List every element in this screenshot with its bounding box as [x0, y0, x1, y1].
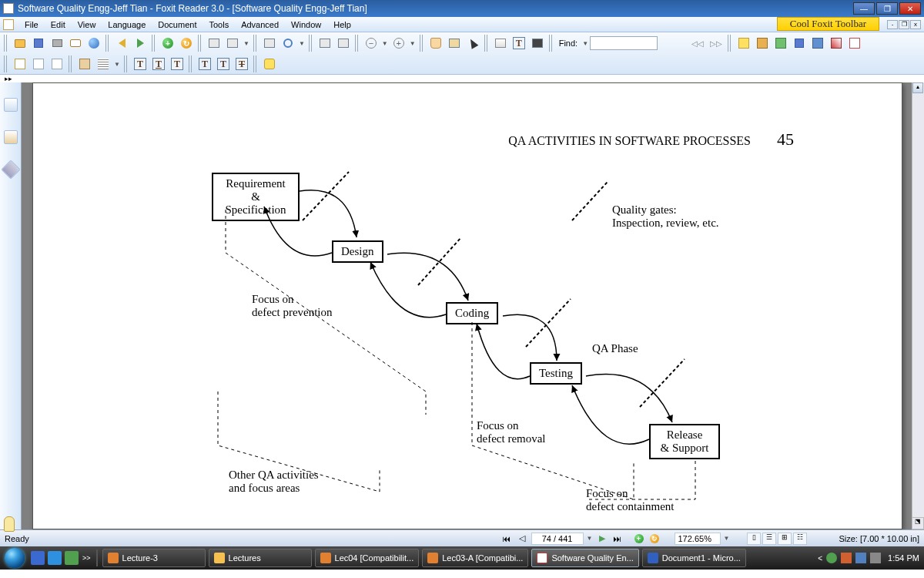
toolbar-grip[interactable]: [105, 35, 110, 52]
toolbar-collapse-toggle[interactable]: ▸▸: [0, 75, 18, 82]
mdi-minimize[interactable]: -: [887, 20, 898, 29]
prev-page-nav-button[interactable]: ◁: [515, 533, 529, 545]
rotate-cw-button[interactable]: [224, 35, 241, 52]
next-page-button[interactable]: [132, 35, 149, 52]
layers-button[interactable]: [1, 160, 20, 179]
continuous-view-button[interactable]: ☰: [762, 533, 776, 545]
note-button[interactable]: [261, 55, 278, 72]
toolbar-grip[interactable]: [4, 35, 8, 52]
zoom-out-button[interactable]: −: [363, 35, 380, 52]
typewriter-button[interactable]: T: [132, 55, 149, 72]
toolbar-grip[interactable]: [152, 35, 156, 52]
prev-page-button[interactable]: [113, 35, 130, 52]
menu-view[interactable]: View: [72, 18, 102, 31]
doc-menu-icon[interactable]: [3, 19, 14, 30]
document-viewport[interactable]: QA ACTIVITIES IN SOFTWARE PROCESSES 45 R…: [22, 82, 924, 529]
text-underline-button[interactable]: T: [150, 55, 167, 72]
zoom-level-input[interactable]: 172.65%: [675, 533, 721, 545]
ql-ie[interactable]: [48, 551, 62, 565]
find-next-button[interactable]: ▷▷: [708, 35, 725, 52]
page-count-input[interactable]: 74 / 441: [531, 533, 584, 545]
rotate-dropdown[interactable]: ▼: [243, 40, 249, 47]
tray-expand[interactable]: <: [818, 554, 822, 563]
next-page-nav-button[interactable]: ▶: [595, 533, 609, 545]
search-button[interactable]: [492, 35, 509, 52]
ql-show-desktop[interactable]: [31, 551, 45, 565]
tray-app-icon[interactable]: [841, 553, 852, 563]
first-page-button[interactable]: ⏮: [500, 533, 514, 545]
image-tool-button[interactable]: [772, 35, 789, 52]
zoom-out-dropdown[interactable]: ▼: [382, 40, 388, 47]
grid-button[interactable]: [95, 55, 112, 72]
erase-button[interactable]: [846, 35, 863, 52]
save-button[interactable]: [30, 35, 47, 52]
print-button[interactable]: [49, 35, 65, 52]
web-button[interactable]: [85, 35, 102, 52]
text-squiggly-button[interactable]: T: [169, 55, 186, 72]
link-tool-button[interactable]: [754, 35, 771, 52]
tray-volume-icon[interactable]: [870, 553, 881, 563]
fit-page-button[interactable]: [261, 35, 278, 52]
scroll-up-button[interactable]: ▴: [912, 82, 923, 93]
forward-view-button[interactable]: ↻: [648, 533, 661, 545]
close-button[interactable]: ✕: [899, 2, 921, 15]
task-lecture3[interactable]: Lecture-3: [102, 549, 206, 567]
zoom-level-dropdown[interactable]: ▼: [724, 535, 730, 542]
audio-button[interactable]: [809, 35, 826, 52]
comment-edit-button[interactable]: [12, 55, 28, 72]
menu-edit[interactable]: Edit: [45, 18, 72, 31]
comment-list-button[interactable]: [30, 55, 47, 72]
task-lec03a[interactable]: Lec03-A [Compatibi...: [422, 549, 528, 567]
snapshot-button[interactable]: [529, 35, 546, 52]
task-foxit[interactable]: Software Quality En...: [531, 549, 638, 567]
zoom-in-button[interactable]: +: [390, 35, 407, 52]
toolbar-grip[interactable]: [253, 55, 258, 72]
tray-network-icon[interactable]: [855, 553, 866, 563]
email-button[interactable]: [67, 35, 84, 52]
hand-tool-button[interactable]: [427, 35, 444, 52]
find-prev-button[interactable]: ◁◁: [689, 35, 706, 52]
minimize-button[interactable]: —: [853, 2, 875, 15]
start-button[interactable]: [0, 546, 29, 570]
actual-size-button[interactable]: [316, 35, 333, 52]
mdi-restore[interactable]: ❐: [899, 20, 909, 29]
callout-button[interactable]: T: [215, 55, 232, 72]
select-annotation-button[interactable]: [446, 35, 463, 52]
fit-width-button[interactable]: [335, 35, 352, 52]
open-button[interactable]: [12, 35, 28, 52]
task-lec04[interactable]: Lec04 [Compatibilit...: [315, 549, 420, 567]
toolbar-grip[interactable]: [549, 35, 554, 52]
ql-expand[interactable]: >>: [82, 554, 91, 562]
save-tool-button[interactable]: [791, 35, 808, 52]
taskbar-clock[interactable]: 1:54 PM: [888, 553, 919, 563]
toolbar-grip[interactable]: [198, 35, 203, 52]
toolbar-grip[interactable]: [4, 55, 8, 72]
stamp-button[interactable]: [76, 55, 93, 72]
select-text-button[interactable]: T: [511, 35, 527, 52]
toolbar-grip[interactable]: [420, 35, 424, 52]
menu-help[interactable]: Help: [327, 18, 357, 31]
toolbar-grip[interactable]: [355, 35, 360, 52]
menu-window[interactable]: Window: [285, 18, 327, 31]
page-dropdown[interactable]: ▼: [587, 535, 593, 542]
attachments-button[interactable]: [4, 516, 15, 532]
task-lectures-folder[interactable]: Lectures: [209, 549, 312, 567]
textbox-button[interactable]: T: [196, 55, 213, 72]
grid-dropdown[interactable]: ▼: [114, 61, 120, 68]
refresh-button[interactable]: ↻: [178, 35, 195, 52]
toolbar-grip[interactable]: [189, 55, 193, 72]
toolbar-grip[interactable]: [309, 35, 313, 52]
toolbar-grip[interactable]: [728, 35, 732, 52]
add-button[interactable]: +: [159, 35, 176, 52]
zoom-dropdown[interactable]: ▼: [299, 40, 305, 47]
menu-document[interactable]: Document: [152, 18, 203, 31]
cool-foxit-toolbar-banner[interactable]: Cool Foxit Toolbar: [777, 17, 879, 31]
ql-media[interactable]: [65, 551, 79, 565]
find-input[interactable]: [590, 36, 658, 50]
task-word[interactable]: Document1 - Micro...: [642, 549, 746, 567]
menu-advanced[interactable]: Advanced: [235, 18, 285, 31]
menu-file[interactable]: File: [18, 18, 45, 31]
draw-tool-button[interactable]: [828, 35, 845, 52]
menu-language[interactable]: Language: [102, 18, 152, 31]
select-tool-button[interactable]: [464, 35, 481, 52]
